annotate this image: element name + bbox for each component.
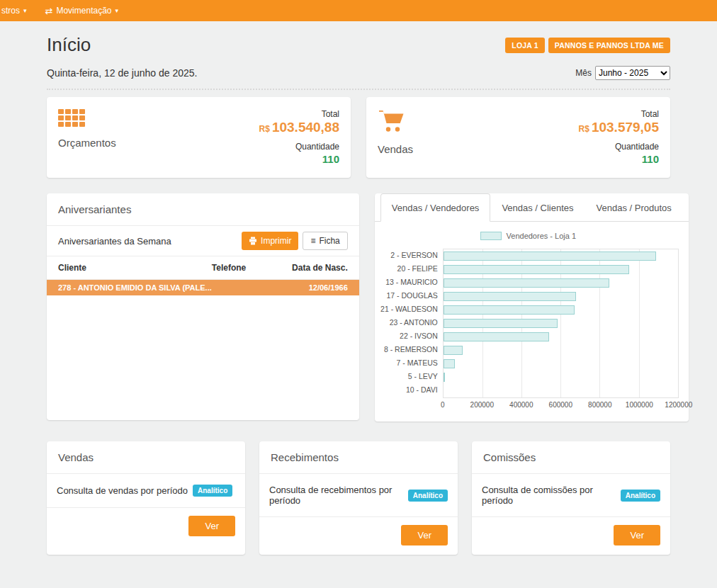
- chart-x-tick: 0: [441, 401, 445, 409]
- chart-category-label: 13 - MAURICIO: [378, 276, 443, 289]
- report-description: Consulta de comissões por período: [482, 485, 616, 506]
- column-header-cliente: Cliente: [58, 263, 212, 273]
- panel-title: Recebimentos: [259, 441, 458, 474]
- chevron-down-icon: ▾: [23, 8, 27, 14]
- chart-category-label: 5 - LEVY: [378, 370, 443, 383]
- quantity-label: Quantidade: [579, 142, 659, 152]
- store-badge-loja[interactable]: LOJA 1: [505, 38, 545, 53]
- chart-area: Vendedores - Loja 1 2 - EVERSON20 - FELI…: [375, 222, 689, 418]
- ficha-button[interactable]: ≡ Ficha: [303, 232, 347, 250]
- chart-legend: Vendedores - Loja 1: [378, 232, 679, 240]
- chart-category-label: 17 - DOUGLAS: [378, 289, 443, 303]
- cell-data-nasc: 12/06/1966: [271, 283, 348, 292]
- chart-category-label: 21 - WALDESON: [378, 303, 443, 316]
- chart-bar: [444, 292, 577, 301]
- month-picker: Mês Junho - 2025: [575, 66, 670, 80]
- chart-bar: [444, 346, 463, 355]
- chart-bar: [444, 319, 558, 328]
- middle-row: Aniversariantes Aniversariantes da Seman…: [47, 193, 670, 422]
- report-description-row: Consulta de comissões por período Analít…: [472, 474, 670, 517]
- report-card-comissoes: Comissões Consulta de comissões por perí…: [472, 441, 670, 555]
- reports-row: Vendas Consulta de vendas por período An…: [47, 441, 670, 555]
- table-row[interactable]: 278 - ANTONIO EMIDIO DA SILVA (PALE... 1…: [47, 280, 359, 295]
- month-label: Mês: [575, 68, 592, 78]
- chart-x-tick: 1000000: [626, 401, 653, 409]
- legend-label: Vendedores - Loja 1: [507, 232, 576, 240]
- sales-tabs: Vendas / Vendedores Vendas / Clientes Ve…: [375, 193, 689, 222]
- exchange-icon: ⇄: [45, 6, 53, 16]
- nav-item-cadastros[interactable]: stros ▾: [0, 0, 36, 21]
- card-label: Vendas: [378, 143, 413, 155]
- list-icon: ≡: [310, 237, 315, 245]
- calculator-icon: [58, 109, 116, 127]
- chevron-down-icon: ▾: [115, 8, 119, 14]
- tab-vendas-vendedores[interactable]: Vendas / Vendedores: [380, 193, 491, 222]
- column-header-data-nasc: Data de Nasc.: [271, 263, 348, 273]
- chart-category-label: 2 - EVERSON: [378, 249, 443, 262]
- birthdays-subtitle: Aniversariantes da Semana: [58, 236, 171, 247]
- ver-button[interactable]: Ver: [188, 516, 235, 536]
- birthdays-toolbar: Aniversariantes da Semana Imprimir ≡ Fic…: [47, 226, 359, 256]
- bar-chart: 2 - EVERSON20 - FELIPE13 - MAURICIO17 - …: [378, 249, 679, 398]
- report-card-recebimentos: Recebimentos Consulta de recebimentos po…: [259, 441, 458, 555]
- chart-x-tick: 1200000: [665, 401, 692, 409]
- report-description: Consulta de recebimentos por período: [269, 485, 403, 506]
- chart-y-labels: 2 - EVERSON20 - FELIPE13 - MAURICIO17 - …: [378, 249, 443, 398]
- sales-chart-card: Vendas / Vendedores Vendas / Clientes Ve…: [375, 193, 689, 422]
- total-amount: R$103.579,05: [579, 120, 659, 135]
- chart-x-tick: 400000: [509, 401, 533, 409]
- panel-title: Aniversariantes: [47, 193, 359, 226]
- cell-cliente: 278 - ANTONIO EMIDIO DA SILVA (PALE...: [58, 283, 212, 292]
- summary-row: Orçamentos Total R$103.540,88 Quantidade…: [47, 97, 670, 178]
- nav-item-label: stros: [1, 6, 20, 16]
- currency-prefix: R$: [579, 124, 589, 134]
- analitico-badge: Analítico: [621, 490, 660, 502]
- chart-category-label: 8 - REMERSON: [378, 343, 443, 356]
- nav-item-movimentacao[interactable]: ⇄ Movimentação ▾: [36, 0, 128, 21]
- birthdays-table-header: Cliente Telefone Data de Nasc.: [47, 256, 359, 280]
- chart-category-label: 10 - DAVI: [378, 383, 443, 397]
- chart-bar: [444, 251, 657, 261]
- quantity-value: 110: [579, 153, 659, 165]
- page-content: Início LOJA 1 PANNOS E PANNOS LTDA ME Qu…: [0, 21, 717, 555]
- nav-item-label: Movimentação: [56, 6, 111, 16]
- store-badges: LOJA 1 PANNOS E PANNOS LTDA ME: [505, 38, 670, 53]
- print-button[interactable]: Imprimir: [242, 232, 298, 250]
- chart-bar: [444, 305, 575, 315]
- panel-title: Comissões: [472, 441, 670, 474]
- total-amount: R$103.540,88: [259, 120, 339, 135]
- report-description: Consulta de vendas por período: [57, 485, 188, 496]
- chart-bar: [444, 265, 629, 274]
- chart-x-tick: 800000: [588, 401, 611, 409]
- cart-icon: [378, 109, 405, 133]
- ver-button[interactable]: Ver: [401, 525, 448, 545]
- card-label: Orçamentos: [58, 137, 116, 149]
- chart-plot: [443, 249, 679, 398]
- dotted-separator: [47, 89, 670, 90]
- currency-prefix: R$: [259, 124, 270, 134]
- store-badge-company[interactable]: PANNOS E PANNOS LTDA ME: [548, 38, 670, 53]
- top-navbar: stros ▾ ⇄ Movimentação ▾: [0, 0, 717, 21]
- tab-vendas-produtos[interactable]: Vendas / Produtos: [585, 193, 683, 222]
- chart-x-axis: 020000040000060000080000010000001200000: [443, 401, 679, 412]
- report-description-row: Consulta de vendas por período Analítico: [47, 474, 245, 508]
- chart-bars: [444, 249, 678, 397]
- chart-x-tick: 200000: [470, 401, 494, 409]
- ver-button[interactable]: Ver: [614, 525, 660, 545]
- column-header-telefone: Telefone: [212, 263, 271, 273]
- total-label: Total: [579, 109, 659, 119]
- tab-vendas-clientes[interactable]: Vendas / Clientes: [490, 193, 585, 222]
- chart-category-label: 20 - FELIPE: [378, 262, 443, 276]
- aniversariantes-card: Aniversariantes Aniversariantes da Seman…: [47, 193, 359, 420]
- report-description-row: Consulta de recebimentos por período Ana…: [259, 474, 458, 517]
- chart-x-tick: 600000: [549, 401, 572, 409]
- month-select[interactable]: Junho - 2025: [595, 66, 670, 80]
- total-label: Total: [259, 109, 339, 119]
- date-row: Quinta-feira, 12 de junho de 2025. Mês J…: [47, 66, 670, 80]
- chart-bar: [444, 332, 549, 341]
- printer-icon: [249, 237, 257, 245]
- report-card-vendas: Vendas Consulta de vendas por período An…: [47, 441, 245, 555]
- vendas-card: Vendas Total R$103.579,05 Quantidade 110: [366, 97, 670, 178]
- chart-bar: [444, 373, 445, 382]
- chart-category-label: 7 - MATEUS: [378, 356, 443, 370]
